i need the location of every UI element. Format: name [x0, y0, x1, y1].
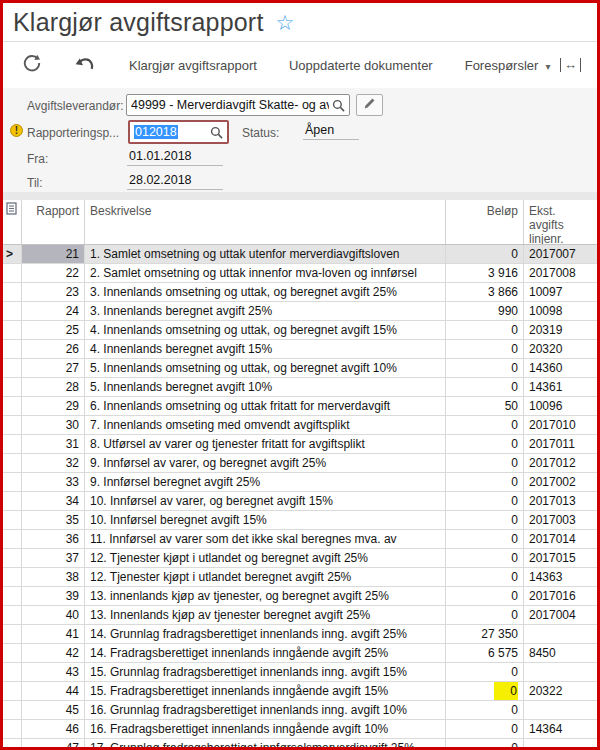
beskrivelse-cell[interactable]: 13. Innenlands kjøp av tjenester beregne…: [85, 606, 446, 624]
row-selector-cell[interactable]: [3, 720, 22, 738]
table-row[interactable]: 285. Innenlands beregnet avgift 10%01436…: [3, 378, 597, 397]
rapport-cell[interactable]: 31: [22, 435, 85, 453]
ekst-cell[interactable]: 2017012: [524, 454, 597, 472]
ekst-cell[interactable]: 2017013: [524, 492, 597, 510]
rapport-cell[interactable]: 32: [22, 454, 85, 472]
ekst-cell[interactable]: 20320: [524, 340, 597, 358]
table-row[interactable]: 3611. Innførsel av varer som det ikke sk…: [3, 530, 597, 549]
belop-cell[interactable]: 0: [446, 720, 524, 738]
beskrivelse-cell[interactable]: 6. Innenlands omsetning og uttak fritatt…: [85, 397, 446, 415]
rapport-cell[interactable]: 46: [22, 720, 85, 738]
beskrivelse-cell[interactable]: 9. Innførsel beregnet avgift 25%: [85, 473, 446, 491]
table-row[interactable]: 3812. Tjenester kjøpt i utlandet beregne…: [3, 568, 597, 587]
row-selector-cell[interactable]: [3, 606, 22, 624]
belop-cell[interactable]: 3 866: [446, 283, 524, 301]
rapport-cell[interactable]: 35: [22, 511, 85, 529]
rapport-cell[interactable]: 39: [22, 587, 85, 605]
ekst-cell[interactable]: [524, 663, 597, 681]
table-row[interactable]: 4214. Fradragsberettiget innenlands inng…: [3, 644, 597, 663]
row-selector-cell[interactable]: [3, 340, 22, 358]
beskrivelse-cell[interactable]: 14. Fradragsberettiget innenlands inngåe…: [85, 644, 446, 662]
belop-cell[interactable]: 0: [446, 568, 524, 586]
ekst-cell[interactable]: [524, 739, 597, 750]
table-row[interactable]: >211. Samlet omsetning og uttak utenfor …: [3, 245, 597, 264]
row-selector-cell[interactable]: [3, 321, 22, 339]
refresh-button[interactable]: [19, 52, 45, 78]
beskrivelse-cell[interactable]: 15. Grunnlag fradragsberettiget innenlan…: [85, 663, 446, 681]
table-row[interactable]: 3913. innenlands kjøp av tjenester, og b…: [3, 587, 597, 606]
ekst-cell[interactable]: 10098: [524, 302, 597, 320]
row-selector-cell[interactable]: [3, 739, 22, 750]
table-row[interactable]: 222. Samlet omsetning og uttak innenfor …: [3, 264, 597, 283]
rapport-cell[interactable]: 25: [22, 321, 85, 339]
row-selector-cell[interactable]: [3, 416, 22, 434]
row-selector-cell[interactable]: [3, 625, 22, 643]
favorite-star-icon[interactable]: ☆: [276, 12, 295, 33]
table-row[interactable]: 243. Innenlands beregnet avgift 25%99010…: [3, 302, 597, 321]
row-selector-cell[interactable]: [3, 492, 22, 510]
row-selector-cell[interactable]: [3, 644, 22, 662]
belop-cell[interactable]: 0: [446, 682, 524, 700]
beskrivelse-cell[interactable]: 16. Fradragsberettiget innenlands inngåe…: [85, 720, 446, 738]
rapport-cell[interactable]: 33: [22, 473, 85, 491]
table-row[interactable]: 3712. Tjenester kjøpt i utlandet og bere…: [3, 549, 597, 568]
belop-cell[interactable]: 0: [446, 416, 524, 434]
row-selector-cell[interactable]: [3, 663, 22, 681]
row-selector-cell[interactable]: [3, 264, 22, 282]
table-row[interactable]: 329. Innførsel av varer, og beregnet avg…: [3, 454, 597, 473]
belop-cell[interactable]: 0: [446, 549, 524, 567]
tax-agency-field[interactable]: 49999 - Merverdiavgift Skatte- og avg: [126, 94, 350, 116]
ekst-cell[interactable]: 2017015: [524, 549, 597, 567]
table-row[interactable]: 4616. Fradragsberettiget innenlands inng…: [3, 720, 597, 739]
row-selector-cell[interactable]: [3, 530, 22, 548]
beskrivelse-cell[interactable]: 9. Innførsel av varer, og beregnet avgif…: [85, 454, 446, 472]
row-selector-cell[interactable]: [3, 302, 22, 320]
belop-cell[interactable]: 0: [446, 606, 524, 624]
column-header-rapport[interactable]: Rapport: [22, 200, 85, 244]
ekst-cell[interactable]: 14360: [524, 359, 597, 377]
column-header-belop[interactable]: Beløp: [446, 200, 524, 244]
beskrivelse-cell[interactable]: 8. Utførsel av varer og tjenester fritat…: [85, 435, 446, 453]
column-header-ekst[interactable]: Ekst. avgifts linjenr.: [524, 200, 597, 244]
fit-width-icon[interactable]: ↔: [560, 58, 581, 72]
rapport-cell[interactable]: 44: [22, 682, 85, 700]
beskrivelse-cell[interactable]: 5. Innenlands beregnet avgift 10%: [85, 378, 446, 396]
rapport-cell[interactable]: 27: [22, 359, 85, 377]
ekst-cell[interactable]: [524, 701, 597, 719]
table-row[interactable]: 233. Innenlands omsetning og uttak, og b…: [3, 283, 597, 302]
rapport-cell[interactable]: 26: [22, 340, 85, 358]
belop-cell[interactable]: 990: [446, 302, 524, 320]
row-selector-cell[interactable]: [3, 283, 22, 301]
belop-cell[interactable]: 0: [446, 340, 524, 358]
beskrivelse-cell[interactable]: 3. Innenlands beregnet avgift 25%: [85, 302, 446, 320]
rapport-cell[interactable]: 24: [22, 302, 85, 320]
ekst-cell[interactable]: 2017011: [524, 435, 597, 453]
table-row[interactable]: 307. Innenlands omseting med omvendt avg…: [3, 416, 597, 435]
beskrivelse-cell[interactable]: 3. Innenlands omsetning og uttak, og ber…: [85, 283, 446, 301]
rapport-cell[interactable]: 41: [22, 625, 85, 643]
belop-cell[interactable]: 0: [446, 701, 524, 719]
to-date-value[interactable]: 28.02.2018: [127, 173, 223, 190]
belop-cell[interactable]: 0: [446, 511, 524, 529]
ekst-cell[interactable]: 10097: [524, 283, 597, 301]
beskrivelse-cell[interactable]: 16. Grunnlag fradragsberettiget innenlan…: [85, 701, 446, 719]
table-row[interactable]: 4516. Grunnlag fradragsberettiget innenl…: [3, 701, 597, 720]
rapport-cell[interactable]: 45: [22, 701, 85, 719]
tab-uoppdaterte-dokumenter[interactable]: Uoppdaterte dokumenter: [289, 58, 433, 73]
rapport-cell[interactable]: 47: [22, 739, 85, 750]
table-row[interactable]: 296. Innenlands omsetning og uttak frita…: [3, 397, 597, 416]
beskrivelse-cell[interactable]: 12. Tjenester kjøpt i utlandet beregnet …: [85, 568, 446, 586]
beskrivelse-cell[interactable]: 4. Innenlands beregnet avgift 15%: [85, 340, 446, 358]
belop-cell[interactable]: 0: [446, 473, 524, 491]
table-row[interactable]: 275. Innenlands omsetning og uttak, og b…: [3, 359, 597, 378]
belop-cell[interactable]: 0: [446, 663, 524, 681]
ekst-cell[interactable]: 14363: [524, 568, 597, 586]
ekst-cell[interactable]: 20319: [524, 321, 597, 339]
tab-foresporsler[interactable]: Forespørsler▾: [465, 58, 551, 73]
beskrivelse-cell[interactable]: 11. Innførsel av varer som det ikke skal…: [85, 530, 446, 548]
beskrivelse-cell[interactable]: 15. Fradragsberettiget innenlands inngåe…: [85, 682, 446, 700]
row-selector-cell[interactable]: [3, 397, 22, 415]
rapport-cell[interactable]: 36: [22, 530, 85, 548]
beskrivelse-cell[interactable]: 14. Grunnlag fradragsberettiget innenlan…: [85, 625, 446, 643]
belop-cell[interactable]: 6 575: [446, 644, 524, 662]
